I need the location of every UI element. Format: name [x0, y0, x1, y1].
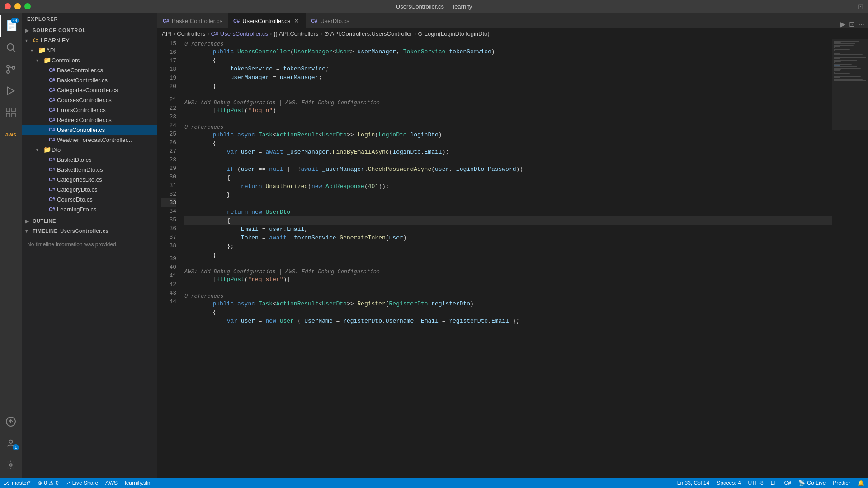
- split-icon[interactable]: ⊡: [858, 2, 863, 11]
- tree-file-errorscontroller[interactable]: C# ErrorsController.cs: [22, 105, 157, 115]
- timeline-section-header[interactable]: ▾ TIMELINE UsersController.cs: [22, 226, 157, 236]
- cs-icon-basketdto: C#: [49, 157, 57, 162]
- svg-rect-8: [6, 108, 10, 112]
- tree-file-redirectcontroller[interactable]: C# RedirectController.cs: [22, 115, 157, 125]
- tree-file-basketitemdto[interactable]: C# BasketItemDto.cs: [22, 164, 157, 174]
- code-line-29: return Unauthorized(new ApiResponse(401)…: [184, 182, 832, 191]
- activity-debug-icon[interactable]: [0, 80, 22, 102]
- split-editor-icon[interactable]: ⊡: [849, 20, 855, 28]
- tree-file-basketdto[interactable]: C# BasketDto.cs: [22, 155, 157, 164]
- activity-explorer-icon[interactable]: 📄 44: [0, 15, 22, 37]
- status-spaces[interactable]: Spaces: 4: [713, 478, 744, 488]
- maximize-button[interactable]: [24, 3, 31, 9]
- tree-file-categoriesdto[interactable]: C# CategoriesDto.cs: [22, 174, 157, 184]
- code-line-17: _tokenService = tokenService;: [184, 65, 832, 73]
- activity-extensions-icon[interactable]: [0, 102, 22, 123]
- source-control-section[interactable]: ▶ SOURCE CONTROL: [22, 25, 157, 35]
- ref-note-2: 0 references: [184, 123, 832, 131]
- tree-label-weathercontroller: WeatherForecastController...: [57, 136, 157, 143]
- code-line-39: [HttpPost("register")]: [184, 275, 832, 284]
- activity-git-icon[interactable]: [0, 58, 22, 80]
- tree-api-folder[interactable]: ▾ 📁 API: [22, 45, 157, 55]
- breadcrumb-file[interactable]: C# UsersController.cs: [211, 30, 268, 37]
- run-icon[interactable]: ▶: [840, 20, 845, 28]
- explorer-label: EXPLORER: [27, 16, 58, 22]
- tab-basketcontroller[interactable]: C# BasketController.cs: [157, 13, 228, 28]
- cs-icon-categories: C#: [49, 87, 57, 93]
- sidebar: EXPLORER ··· ▶ SOURCE CONTROL ▾ 🗂 LEARNI…: [22, 13, 157, 478]
- tree-file-coursescontroller[interactable]: C# CoursesController.cs: [22, 95, 157, 105]
- tab-label-basket: BasketController.cs: [172, 18, 222, 24]
- status-branch-label: master*: [12, 480, 30, 486]
- status-solution[interactable]: learnify.sln: [121, 478, 154, 488]
- tree-file-basecontroller[interactable]: C# BaseController.cs: [22, 65, 157, 75]
- tree-label-errorscontroller: ErrorsController.cs: [57, 107, 157, 113]
- svg-rect-11: [12, 113, 15, 117]
- sidebar-header: EXPLORER ···: [22, 13, 157, 25]
- tab-close-users[interactable]: ✕: [293, 17, 300, 24]
- controllers-folder-icon: 📁: [43, 56, 52, 64]
- status-errors[interactable]: ⊗ 0 ⚠ 0: [34, 478, 62, 488]
- tree-file-categoriescontroller[interactable]: C# CategoriesController.cs: [22, 85, 157, 95]
- aws-note-1: AWS: Add Debug Configuration | AWS: Edit…: [184, 99, 832, 106]
- tree-file-weathercontroller[interactable]: C# WeatherForecastController...: [22, 135, 157, 145]
- svg-marker-7: [8, 87, 14, 94]
- status-notifications[interactable]: 🔔: [854, 478, 868, 488]
- code-line-16: {: [184, 56, 832, 65]
- status-encoding[interactable]: UTF-8: [745, 478, 767, 488]
- cs-tab-icon-users: C#: [233, 18, 240, 23]
- tree-file-coursedto[interactable]: C# CourseDto.cs: [22, 194, 157, 204]
- cs-icon-weather: C#: [49, 137, 57, 142]
- code-line-37: }: [184, 251, 832, 259]
- close-button[interactable]: [5, 3, 11, 9]
- tree-file-basketcontroller[interactable]: C# BasketController.cs: [22, 75, 157, 85]
- svg-point-15: [9, 464, 12, 466]
- cs-tab-icon-dto: C#: [311, 18, 317, 23]
- status-solution-label: learnify.sln: [125, 480, 150, 486]
- tree-file-userscontroller[interactable]: C# UsersController.cs: [22, 125, 157, 135]
- breadcrumb-class[interactable]: ⊙ API.Controllers.UsersController: [324, 30, 412, 37]
- status-prettier[interactable]: Prettier: [829, 478, 854, 488]
- code-line-28: {: [184, 174, 832, 182]
- cs-icon-redirect: C#: [49, 117, 57, 122]
- activity-settings-icon[interactable]: [0, 454, 22, 476]
- dto-folder-icon: 📁: [43, 146, 52, 153]
- breadcrumb-method[interactable]: ⊙ Login(LoginDto loginDto): [418, 30, 489, 37]
- tree-dto-folder[interactable]: ▾ 📁 Dto: [22, 145, 157, 155]
- status-aws[interactable]: AWS: [102, 478, 121, 488]
- status-errors-label: 0: [44, 480, 47, 486]
- tree-label-coursescontroller: CoursesController.cs: [57, 97, 157, 103]
- line-numbers: 15 16 17 18 19 20 21 22 23 24 25 26 27 2…: [157, 39, 180, 478]
- cs-icon-categoriesdto: C#: [49, 177, 57, 182]
- cs-icon-basket: C#: [49, 77, 57, 83]
- tab-label-dto: UserDto.cs: [320, 18, 349, 24]
- tab-userscontroller[interactable]: C# UsersController.cs ✕: [228, 13, 306, 28]
- breadcrumb-api[interactable]: API: [162, 30, 171, 37]
- code-line-31: [184, 199, 832, 208]
- status-position[interactable]: Ln 33, Col 14: [674, 478, 713, 488]
- activity-search-icon[interactable]: [0, 37, 22, 58]
- tree-file-categorydto[interactable]: C# CategoryDto.cs: [22, 184, 157, 194]
- outline-section[interactable]: ▶ OUTLINE: [22, 216, 157, 226]
- status-branch[interactable]: ⎇ master*: [0, 478, 34, 488]
- status-golive[interactable]: 📡 Go Live: [795, 478, 829, 488]
- status-line-ending[interactable]: LF: [767, 478, 781, 488]
- code-content[interactable]: 0 references public UsersController(User…: [180, 39, 832, 478]
- tree-root-learnify[interactable]: ▾ 🗂 LEARNIFY: [22, 35, 157, 45]
- tree-controllers-folder[interactable]: ▾ 📁 Controllers: [22, 55, 157, 65]
- activity-aws-icon[interactable]: aws: [0, 123, 22, 145]
- more-tab-options-icon[interactable]: ···: [859, 20, 864, 28]
- status-aws-label: AWS: [105, 480, 118, 486]
- editor-area: C# BasketController.cs C# UsersControlle…: [157, 13, 868, 478]
- more-options-icon[interactable]: ···: [146, 16, 152, 22]
- activity-account-icon[interactable]: 1: [0, 432, 22, 454]
- breadcrumb-controllers[interactable]: Controllers: [177, 30, 205, 37]
- status-language[interactable]: C#: [781, 478, 795, 488]
- status-liveshare[interactable]: ↗ Live Share: [62, 478, 102, 488]
- activity-liveshare-icon[interactable]: [0, 411, 22, 432]
- status-warnings-label: 0: [56, 480, 59, 486]
- tree-file-learningdto[interactable]: C# LearningDto.cs: [22, 204, 157, 214]
- tab-userdto[interactable]: C# UserDto.cs: [306, 13, 354, 28]
- minimize-button[interactable]: [14, 3, 21, 9]
- breadcrumb-namespace[interactable]: {} API.Controllers: [274, 30, 318, 37]
